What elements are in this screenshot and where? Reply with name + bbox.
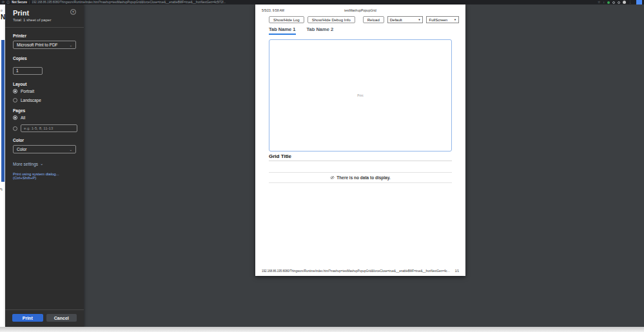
preview-header: 5/5/23, 9:58 AM testMashupPopupGrid (262, 8, 459, 13)
print-dialog: Print ? Total: 1 sheet of paper Printer … (5, 5, 84, 327)
eye-off-icon (330, 175, 335, 180)
browser-menu-icon[interactable]: ⋮ (629, 1, 632, 4)
download-icon[interactable]: ↓ (603, 1, 605, 4)
cancel-button[interactable]: Cancel (46, 314, 77, 322)
pages-all-label: All (21, 115, 25, 120)
chevron-down-icon: ⌄ (70, 43, 72, 47)
more-settings-toggle[interactable]: More settings ⌄ (13, 161, 76, 166)
browser-actions: ☆ ↓ ⋮ (598, 0, 642, 5)
print-dialog-footer: Print Cancel (5, 309, 84, 327)
reload-button: Reload (363, 16, 384, 23)
pages-range-input[interactable] (21, 124, 77, 132)
grid-divider (269, 161, 452, 161)
background-text-fragment: o (1, 8, 3, 12)
background-footer-fragment: *i (0, 188, 3, 191)
printer-label: Printer (13, 34, 76, 38)
print-dialog-body: Print ? Total: 1 sheet of paper Printer … (5, 5, 84, 309)
radio-selected-icon[interactable] (13, 89, 17, 93)
color-label: Color (13, 138, 76, 142)
default-dropdown: Default ▼ (387, 16, 424, 23)
show-hide-log-button: Show/Hide Log (269, 16, 304, 23)
mashup-canvas: Print (269, 39, 452, 151)
default-dropdown-value: Default (390, 18, 402, 22)
radio-icon[interactable] (13, 98, 17, 103)
print-button[interactable]: Print (12, 314, 43, 322)
extension-icon[interactable] (612, 1, 615, 4)
chevron-down-icon: ⌄ (70, 148, 72, 151)
pages-option-custom[interactable] (13, 124, 76, 132)
print-dialog-title: Print (13, 9, 29, 17)
window-edge-accent (636, 0, 642, 5)
window-bottom-strip (0, 327, 644, 332)
mashup-tabs: Tab Name 1 Tab Name 2 (269, 26, 459, 35)
background-blue-bar (1, 40, 5, 182)
fullscreen-dropdown: FullScreen ▼ (426, 16, 459, 23)
background-page-strip: o N *i (0, 5, 5, 327)
url-separator: | (29, 1, 30, 4)
more-settings-label: More settings (13, 162, 38, 166)
preview-page-count: 1/1 (455, 269, 459, 273)
pages-option-all[interactable]: All (13, 115, 76, 120)
site-info-icon[interactable]: ⓘ (6, 1, 10, 4)
color-select-value: Color (17, 147, 27, 151)
radio-icon[interactable] (13, 126, 17, 131)
copies-label: Copies (13, 56, 76, 61)
printer-select-value: Microsoft Print to PDF (17, 43, 58, 47)
tab-name-2: Tab Name 2 (307, 26, 334, 35)
preview-footer: 192.168.86.195:8080/Thingworx/Runtime/in… (262, 269, 459, 273)
copies-input[interactable] (13, 67, 43, 75)
layout-option-landscape[interactable]: Landscape (13, 98, 76, 103)
background-heading-fragment: N (1, 14, 5, 21)
profile-avatar[interactable] (623, 1, 626, 4)
system-dialog-link[interactable]: Print using system dialog... (Ctrl+Shift… (13, 172, 76, 180)
show-hide-debug-button: Show/Hide Debug Info (307, 16, 355, 23)
help-icon[interactable]: ? (70, 9, 76, 15)
mashup-toolbar: Show/Hide Log Show/Hide Debug Info Reloa… (269, 16, 459, 23)
layout-label: Layout (13, 82, 76, 86)
portrait-label: Portrait (21, 89, 34, 93)
bookmark-star-icon[interactable]: ☆ (598, 1, 600, 4)
dropdown-arrow-icon: ▼ (418, 18, 421, 21)
landscape-label: Landscape (21, 98, 41, 103)
security-label[interactable]: Not Secure (12, 1, 27, 4)
chevron-down-icon: ⌄ (40, 161, 43, 166)
url-text[interactable]: 192.168.86.195:8080/Thingworx/Runtime/in… (32, 1, 226, 4)
reload-icon[interactable]: ⟳ (2, 1, 5, 4)
color-select[interactable]: Color ⌄ (13, 145, 76, 153)
preview-footer-url: 192.168.86.195:8080/Thingworx/Runtime/in… (262, 269, 450, 273)
total-sheets-label: Total: 1 sheet of paper (13, 18, 76, 22)
pages-label: Pages (13, 108, 76, 113)
layout-option-portrait[interactable]: Portrait (13, 89, 76, 93)
canvas-print-label: Print (357, 94, 363, 97)
print-preview-page: 5/5/23, 9:58 AM testMashupPopupGrid Show… (255, 5, 465, 276)
grid-title: Grid Title (269, 153, 452, 159)
extension-icon-2[interactable] (618, 1, 620, 4)
radio-selected-icon[interactable] (13, 115, 17, 120)
tab-name-1: Tab Name 1 (269, 26, 296, 35)
grid-footer-divider (269, 182, 452, 183)
fullscreen-dropdown-value: FullScreen (429, 18, 447, 22)
browser-address-bar: ⟳ ⓘ Not Secure | 192.168.86.195:8080/Thi… (0, 0, 644, 5)
preview-doc-title: testMashupPopupGrid (262, 8, 459, 12)
no-data-message: There is no data to display. (337, 175, 390, 180)
no-data-row: There is no data to display. (262, 173, 459, 182)
dropdown-arrow-icon: ▼ (454, 18, 456, 21)
dialog-divider (5, 27, 84, 28)
extension-green-icon[interactable] (607, 1, 610, 4)
printer-select[interactable]: Microsoft Print to PDF ⌄ (13, 41, 76, 49)
